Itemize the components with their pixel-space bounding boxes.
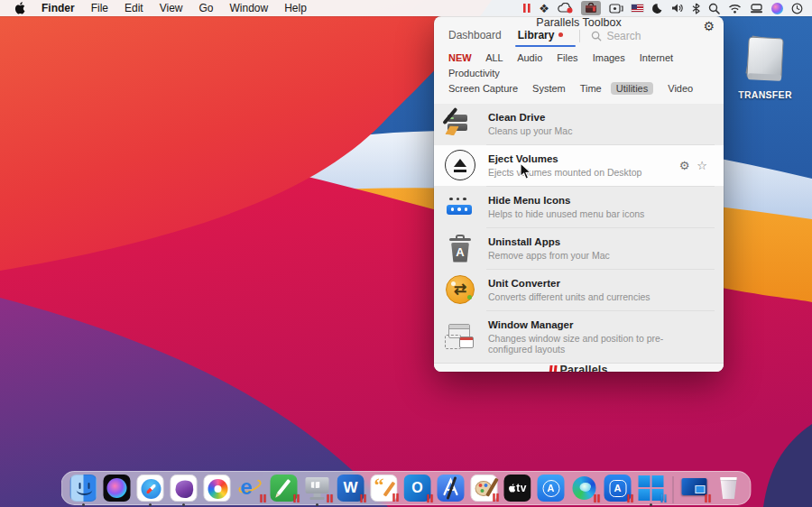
menu-help[interactable]: Help <box>276 0 315 16</box>
dock-item-outlook[interactable]: O <box>404 475 431 505</box>
window-footer: Parallels <box>434 363 724 372</box>
cloud-sync-icon[interactable] <box>558 1 573 15</box>
category-new[interactable]: NEW <box>448 52 472 63</box>
dock-item-safari[interactable] <box>137 475 164 505</box>
settings-gear-icon[interactable]: ⚙ <box>703 19 715 33</box>
clock-icon[interactable] <box>791 1 803 15</box>
tool-subtitle: Remove apps from your Mac <box>488 250 610 261</box>
parallels-logo-bars <box>549 365 556 373</box>
screen-record-icon[interactable] <box>609 1 623 15</box>
menu-go[interactable]: Go <box>191 0 222 16</box>
eject-volumes-icon <box>443 149 479 183</box>
category-system[interactable]: System <box>532 83 566 94</box>
paint-icon <box>471 475 498 502</box>
tool-title: Unit Converter <box>488 278 651 290</box>
dock-item-parallels-purple-app[interactable] <box>171 475 198 505</box>
parallels-badge <box>293 494 300 502</box>
edge-icon <box>571 475 598 502</box>
tool-hide-menu-icons[interactable]: Hide Menu Icons Helps to hide unused men… <box>434 187 724 227</box>
running-indicator <box>182 503 185 506</box>
category-screen-capture[interactable]: Screen Capture <box>448 83 518 94</box>
safari-icon <box>137 475 164 502</box>
tab-library[interactable]: Library <box>518 29 564 44</box>
menu-file[interactable]: File <box>83 0 116 16</box>
dock-item-trash[interactable] <box>715 475 743 505</box>
dock-item-finder[interactable] <box>70 475 97 505</box>
menu-finder[interactable]: Finder <box>33 0 83 16</box>
word-icon: W <box>337 475 364 502</box>
tool-title: Hide Menu Icons <box>488 195 644 207</box>
dock-item-minimized-window[interactable] <box>682 475 709 505</box>
category-all[interactable]: ALL <box>485 52 503 63</box>
finder-icon <box>70 475 97 502</box>
dock-item-paint[interactable] <box>471 475 498 505</box>
dock-item-wordpad[interactable]: “ <box>371 475 398 505</box>
tool-window-manager[interactable]: Window Manager Changes window size and p… <box>434 311 724 363</box>
hide-menu-icons-icon <box>443 190 479 225</box>
tool-uninstall-apps[interactable]: A Uninstall Apps Remove apps from your M… <box>434 228 724 269</box>
dock-item-app-store[interactable]: A <box>538 475 565 505</box>
tools-list: Clean Drive Cleans up your Mac Eject Vol… <box>434 104 724 363</box>
windows-notepad-icon <box>271 475 298 502</box>
parallels-toolbox-menu-icon[interactable] <box>581 1 601 15</box>
parallels-badge <box>627 494 633 502</box>
tool-title: Window Manager <box>488 319 673 331</box>
running-indicator <box>149 503 152 506</box>
tool-eject-volumes[interactable]: Eject Volumes Ejects volumes mounted on … <box>434 145 724 186</box>
tabs-divider <box>579 30 580 42</box>
desktop-drive-transfer[interactable]: TRANSFER <box>731 34 799 100</box>
do-not-disturb-moon-icon[interactable] <box>651 1 663 15</box>
dock-item-photos[interactable] <box>204 475 231 505</box>
apple-menu-icon[interactable] <box>14 2 26 14</box>
dock-item-apple-tv[interactable]: tv <box>504 475 531 505</box>
category-video[interactable]: Video <box>668 83 693 94</box>
tab-dashboard[interactable]: Dashboard <box>448 29 502 44</box>
apple-tv-icon: tv <box>504 475 531 502</box>
running-indicator <box>650 503 652 506</box>
category-internet[interactable]: Internet <box>640 52 673 63</box>
dock-item-microsoft-store[interactable]: A <box>604 475 632 505</box>
window-title: Parallels Toolbox <box>536 16 621 29</box>
input-source-us-flag-icon[interactable] <box>632 1 643 15</box>
display-icon[interactable] <box>750 1 763 15</box>
menu-window[interactable]: Window <box>222 0 277 16</box>
spotlight-search-icon[interactable] <box>708 1 720 15</box>
tool-clean-drive[interactable]: Clean Drive Cleans up your Mac <box>434 104 724 144</box>
dock-item-parallels-desktop[interactable] <box>304 475 331 505</box>
search-icon <box>591 31 602 41</box>
tool-unit-converter[interactable]: ⇄ Unit Converter Converts different unit… <box>434 270 724 310</box>
category-productivity[interactable]: Productivity <box>448 68 500 78</box>
category-files[interactable]: Files <box>557 52 577 63</box>
menu-view[interactable]: View <box>152 0 191 16</box>
tool-settings-gear-icon[interactable]: ⚙ <box>679 159 690 172</box>
dock-item-internet-explorer[interactable]: e <box>237 475 264 505</box>
parallels-status-icon[interactable] <box>523 1 531 15</box>
category-images[interactable]: Images <box>593 52 625 63</box>
volume-icon[interactable] <box>671 1 684 15</box>
wifi-icon[interactable] <box>728 1 742 15</box>
menu-edit[interactable]: Edit <box>116 0 152 16</box>
tool-favorite-star-icon[interactable]: ☆ <box>697 159 707 172</box>
minimized-parallels-window-thumbnail <box>682 475 709 502</box>
dock-item-windows[interactable] <box>638 475 665 505</box>
dock-item-dev-tools[interactable] <box>438 475 465 505</box>
tool-subtitle: Helps to hide unused menu bar icons <box>488 208 644 219</box>
dock-item-windows-notepad[interactable] <box>271 475 298 505</box>
dock-item-siri[interactable] <box>104 475 131 505</box>
siri-icon[interactable] <box>771 1 783 15</box>
category-time[interactable]: Time <box>580 83 602 94</box>
bluetooth-icon[interactable] <box>692 1 700 15</box>
trash-icon <box>715 475 743 502</box>
dock-item-word[interactable]: W <box>337 475 364 505</box>
search-field[interactable]: Search <box>591 30 641 42</box>
parallels-desktop-icon <box>304 475 331 502</box>
category-audio[interactable]: Audio <box>517 52 542 63</box>
mouse-cursor <box>520 162 532 180</box>
parallels-badge <box>327 494 333 502</box>
dropbox-icon[interactable]: ❖ <box>539 1 549 15</box>
parallels-badge <box>660 494 667 502</box>
dock-item-edge[interactable] <box>571 475 598 505</box>
internet-explorer-icon: e <box>237 475 264 502</box>
category-utilities-selected[interactable]: Utilities <box>611 82 653 95</box>
parallels-toolbox-window: Parallels Toolbox ⚙ Dashboard Library Se… <box>434 16 724 372</box>
